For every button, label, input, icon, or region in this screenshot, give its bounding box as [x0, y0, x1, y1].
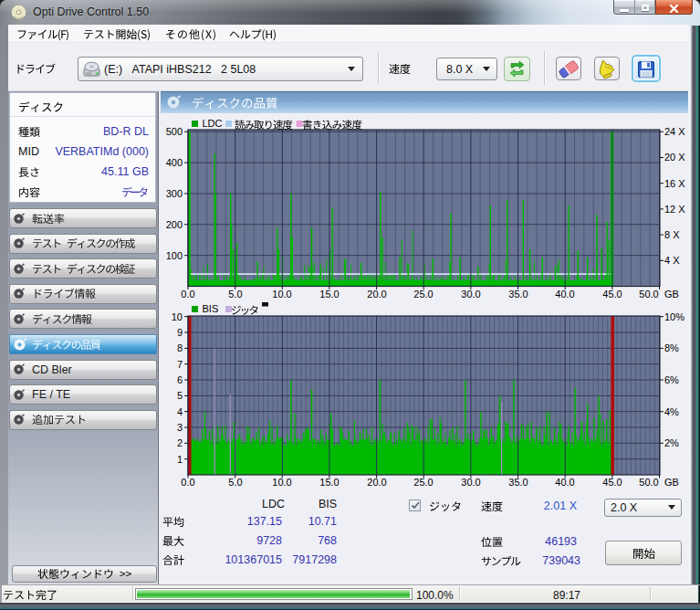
- svg-text:3: 3: [177, 422, 183, 433]
- svg-text:24 X: 24 X: [664, 126, 685, 137]
- svg-text:500: 500: [166, 126, 183, 137]
- svg-text:7: 7: [177, 359, 183, 370]
- svg-text:10: 10: [172, 311, 183, 322]
- svg-text:6%: 6%: [664, 374, 679, 385]
- svg-text:10.0: 10.0: [272, 289, 291, 300]
- svg-text:50.0: 50.0: [639, 289, 658, 300]
- svg-text:20.0: 20.0: [367, 477, 386, 488]
- svg-text:LDC: LDC: [203, 118, 223, 129]
- svg-text:40.0: 40.0: [555, 477, 574, 488]
- svg-text:45.0: 45.0: [602, 477, 622, 488]
- svg-text:0.0: 0.0: [181, 477, 194, 488]
- svg-text:25.0: 25.0: [413, 289, 433, 300]
- svg-text:1: 1: [177, 454, 183, 465]
- svg-text:45.0: 45.0: [602, 289, 622, 300]
- svg-text:35.0: 35.0: [508, 477, 528, 488]
- svg-text:4%: 4%: [664, 406, 679, 417]
- svg-text:30.0: 30.0: [461, 477, 480, 488]
- svg-text:9: 9: [177, 327, 183, 338]
- svg-text:8: 8: [177, 342, 183, 353]
- svg-text:0.0: 0.0: [181, 289, 194, 300]
- svg-text:2%: 2%: [664, 437, 679, 448]
- svg-text:400: 400: [166, 157, 183, 168]
- svg-text:10.0: 10.0: [272, 477, 291, 488]
- svg-text:4 X: 4 X: [664, 255, 680, 266]
- svg-text:4: 4: [177, 406, 183, 417]
- svg-text:BIS: BIS: [203, 303, 219, 314]
- svg-text:35.0: 35.0: [508, 289, 528, 300]
- svg-text:300: 300: [166, 188, 183, 199]
- svg-text:30.0: 30.0: [461, 289, 480, 300]
- svg-text:GB: GB: [664, 289, 679, 300]
- svg-text:GB: GB: [664, 477, 679, 488]
- svg-text:8%: 8%: [664, 342, 679, 353]
- svg-text:15.0: 15.0: [319, 477, 339, 488]
- svg-text:8 X: 8 X: [664, 229, 680, 240]
- svg-text:5.0: 5.0: [228, 477, 242, 488]
- svg-text:200: 200: [166, 219, 183, 230]
- svg-text:6: 6: [177, 374, 183, 385]
- svg-text:5.0: 5.0: [228, 289, 242, 300]
- svg-text:12 X: 12 X: [664, 204, 685, 215]
- svg-text:20 X: 20 X: [664, 152, 685, 163]
- svg-text:10%: 10%: [664, 311, 684, 322]
- svg-text:16 X: 16 X: [664, 178, 685, 189]
- svg-text:50.0: 50.0: [639, 477, 658, 488]
- svg-text:2: 2: [177, 437, 183, 448]
- svg-text:25.0: 25.0: [413, 477, 433, 488]
- svg-text:40.0: 40.0: [555, 289, 574, 300]
- svg-text:20.0: 20.0: [367, 289, 386, 300]
- svg-text:5: 5: [177, 390, 183, 401]
- svg-text:15.0: 15.0: [319, 289, 339, 300]
- svg-text:100: 100: [166, 250, 183, 261]
